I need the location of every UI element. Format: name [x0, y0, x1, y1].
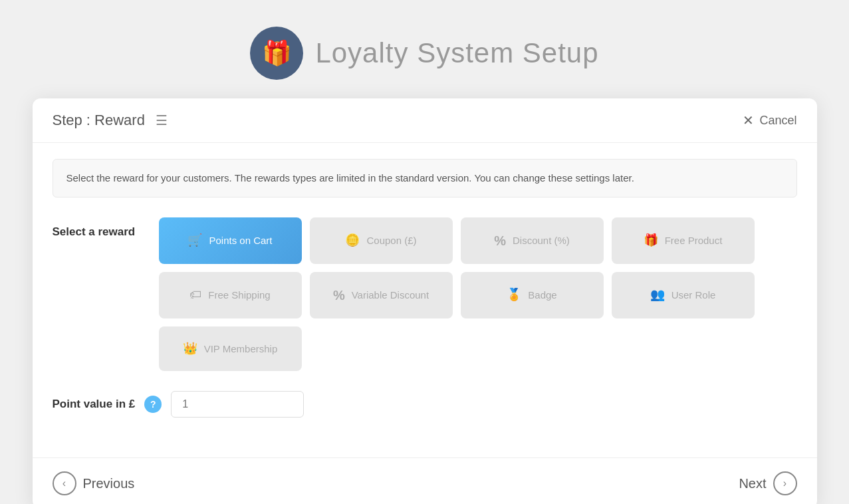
point-value-input[interactable]: [171, 391, 304, 418]
app-title: Loyalty System Setup: [315, 37, 598, 69]
reward-badge-label: Badge: [528, 289, 556, 302]
percent-icon: %: [494, 232, 506, 249]
users-icon: 👥: [650, 287, 665, 303]
reward-user-role-label: User Role: [671, 289, 716, 302]
description-text: Select the reward for your customers. Th…: [53, 159, 797, 197]
reward-discount[interactable]: % Discount (%): [461, 217, 604, 264]
coin-icon: 🪙: [345, 233, 360, 248]
reward-section: Select a reward 🛒 Points on Cart 🪙 Coupo…: [53, 217, 797, 371]
crown-icon: 👑: [183, 341, 197, 356]
reward-free-product[interactable]: 🎁 Free Product: [612, 217, 755, 264]
previous-button[interactable]: ‹ Previous: [53, 471, 135, 495]
app-header: 🎁 Loyalty System Setup: [250, 27, 598, 80]
modal-footer: ‹ Previous Next ›: [33, 457, 817, 504]
setup-modal: Step : Reward ☰ ✕ Cancel Select the rewa…: [33, 98, 817, 504]
next-button[interactable]: Next ›: [739, 471, 796, 495]
previous-label: Previous: [83, 476, 135, 491]
point-value-label: Point value in £: [53, 398, 136, 411]
step-title: Step : Reward: [53, 112, 145, 129]
select-reward-label: Select a reward: [53, 217, 139, 239]
shipping-icon: 🏷: [189, 287, 201, 303]
modal-body: Select the reward for your customers. Th…: [33, 143, 817, 457]
next-circle-icon: ›: [773, 471, 797, 495]
reward-discount-label: Discount (%): [513, 234, 570, 247]
reward-coupon-label: Coupon (£): [366, 234, 416, 247]
reward-free-product-label: Free Product: [665, 234, 723, 247]
reward-points-on-cart-label: Points on Cart: [209, 234, 272, 247]
modal-header-left: Step : Reward ☰: [53, 112, 168, 129]
reward-free-shipping[interactable]: 🏷 Free Shipping: [159, 272, 302, 318]
cancel-label: Cancel: [759, 114, 796, 128]
reward-free-shipping-label: Free Shipping: [208, 289, 270, 302]
reward-user-role[interactable]: 👥 User Role: [612, 272, 755, 318]
badge-icon: 🏅: [507, 287, 521, 303]
reward-grid: 🛒 Points on Cart 🪙 Coupon (£) % Discount…: [159, 217, 797, 371]
reward-vip-membership[interactable]: 👑 VIP Membership: [159, 326, 302, 371]
modal-header: Step : Reward ☰ ✕ Cancel: [33, 98, 817, 143]
point-value-section: Point value in £ ?: [53, 391, 797, 418]
reward-variable-discount[interactable]: % Variable Discount: [310, 272, 453, 318]
help-icon[interactable]: ?: [144, 396, 162, 413]
reward-points-on-cart[interactable]: 🛒 Points on Cart: [159, 217, 302, 264]
close-icon: ✕: [743, 112, 754, 128]
cart-icon: 🛒: [187, 233, 202, 248]
hamburger-icon[interactable]: ☰: [156, 112, 168, 128]
previous-circle-icon: ‹: [53, 471, 76, 495]
variable-percent-icon: %: [333, 287, 345, 304]
page-wrapper: 🎁 Loyalty System Setup Step : Reward ☰ ✕…: [13, 13, 836, 504]
reward-coupon[interactable]: 🪙 Coupon (£): [310, 217, 453, 264]
reward-badge[interactable]: 🏅 Badge: [461, 272, 604, 318]
gift-icon: 🎁: [644, 233, 658, 248]
cancel-button[interactable]: ✕ Cancel: [743, 112, 796, 128]
app-logo: 🎁: [250, 27, 303, 80]
reward-vip-membership-label: VIP Membership: [204, 342, 278, 356]
reward-variable-discount-label: Variable Discount: [352, 289, 429, 302]
next-label: Next: [739, 476, 766, 491]
logo-emoji: 🎁: [262, 39, 292, 67]
